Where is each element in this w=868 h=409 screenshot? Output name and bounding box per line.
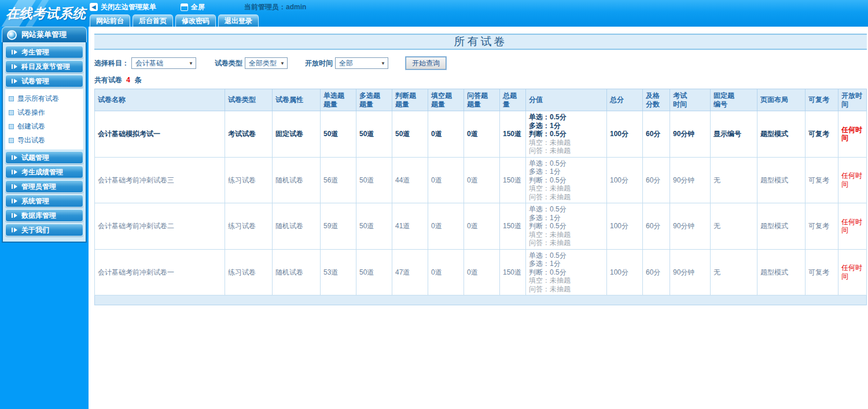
cell-name: 会计基础模拟考试一 — [95, 111, 225, 158]
column-header: 判断题题量 — [392, 89, 428, 111]
column-header: 问答题题量 — [464, 89, 500, 111]
play-icon-bar — [12, 184, 13, 189]
type-filter-label: 试卷类型 — [215, 59, 242, 68]
sidebar-menu-button[interactable]: 系统管理 — [5, 195, 83, 207]
cell-attribute: 随机试卷 — [273, 203, 321, 250]
cell-judge: 47道 — [392, 249, 428, 295]
table-row: 会计基础考前冲刺试卷三练习试卷随机试卷56道50道44道0道0道150道单选：0… — [95, 157, 867, 203]
sidebar-menu-button[interactable]: 试题管理 — [5, 151, 83, 164]
cell-pass-score: 60分 — [643, 249, 670, 295]
sidebar-menu-button-label: 管理员管理 — [21, 182, 56, 192]
sidebar-submenu-item[interactable]: 导出试卷 — [9, 133, 83, 147]
cell-multi: 50道 — [356, 203, 392, 250]
nav-tab[interactable]: 修改密码 — [175, 14, 216, 27]
cell-multi: 50道 — [356, 157, 392, 203]
cell-fixed-no: 无 — [711, 203, 757, 250]
sidebar-submenu-item[interactable]: 创建试卷 — [9, 119, 83, 133]
cell-retake: 可复考 — [806, 249, 838, 295]
sidebar-menu-button[interactable]: 科目及章节管理 — [5, 60, 83, 73]
sidebar-header: 网站菜单管理 — [2, 27, 87, 42]
cell-score-lines: 单选：0.5分多选：1分判断：0.5分填空：未抽题问答：未抽题 — [526, 203, 607, 250]
play-icon-bar — [12, 50, 13, 54]
nav-tab[interactable]: 后台首页 — [133, 14, 173, 27]
paper-count-summary: 共有试卷 4 条 — [94, 75, 867, 85]
papers-table: 试卷名称试卷类型试卷属性单选题题量多选题题量判断题题量填空题题量问答题题量总题量… — [94, 89, 867, 305]
sidebar-menu-button-label: 科目及章节管理 — [21, 62, 70, 72]
fullscreen-icon — [181, 3, 188, 11]
list-square-icon — [9, 124, 14, 129]
subject-select-value: 会计基础 — [135, 59, 163, 68]
time-filter-label: 开放时间 — [305, 59, 333, 68]
cell-score-lines: 单选：0.5分多选：1分判断：0.5分填空：未抽题问答：未抽题 — [526, 249, 607, 295]
cell-total-score: 100分 — [607, 157, 643, 203]
sidebar-submenu-item-label: 创建试卷 — [17, 122, 45, 132]
play-icon — [12, 170, 17, 174]
cell-name: 会计基础考前冲刺试卷三 — [95, 157, 225, 203]
sidebar-menu-button[interactable]: 关于我们 — [5, 224, 83, 236]
sidebar-submenu-item-label: 显示所有试卷 — [17, 94, 59, 104]
sidebar-menu: 考生管理科目及章节管理试卷管理显示所有试卷试卷操作创建试卷导出试卷试题管理考生成… — [2, 42, 87, 243]
sidebar-submenu-item[interactable]: 显示所有试卷 — [9, 92, 83, 105]
type-select[interactable]: 全部类型 ▼ — [245, 57, 288, 69]
play-icon — [12, 155, 17, 160]
close-left-menu-link[interactable]: ◀ 关闭左边管理菜单 — [90, 2, 156, 12]
chevron-down-icon: ▼ — [189, 61, 193, 66]
column-header: 填空题题量 — [428, 89, 464, 111]
table-row: 会计基础考前冲刺试卷二练习试卷随机试卷59道50道41道0道0道150道单选：0… — [95, 203, 867, 250]
time-select[interactable]: 全部 ▼ — [335, 57, 388, 69]
cell-single: 59道 — [321, 203, 356, 250]
current-admin-label: 当前管理员：admin — [244, 2, 306, 12]
cell-type: 练习试卷 — [225, 157, 273, 203]
papers-table-footer-row — [95, 295, 867, 305]
sidebar-menu-button[interactable]: 考生成绩管理 — [5, 166, 83, 178]
filter-row: 选择科目： 会计基础 ▼ 试卷类型 全部类型 ▼ 开放时间 全部 ▼ 开始查询 — [94, 57, 867, 70]
collapse-left-icon: ◀ — [90, 3, 98, 11]
summary-count: 4 — [126, 76, 130, 84]
sidebar: 网站菜单管理 考生管理科目及章节管理试卷管理显示所有试卷试卷操作创建试卷导出试卷… — [0, 27, 89, 409]
column-header: 可复考 — [806, 89, 838, 111]
cell-attribute: 随机试卷 — [273, 249, 321, 295]
cell-name: 会计基础考前冲刺试卷二 — [95, 203, 225, 250]
sidebar-menu-button[interactable]: 试卷管理 — [5, 75, 83, 87]
papers-table-body: 会计基础模拟考试一考试试卷固定试卷50道50道50道0道0道150道单选：0.5… — [95, 111, 867, 295]
play-icon — [12, 64, 17, 69]
cell-total-q: 150道 — [500, 203, 526, 250]
sidebar-submenu-item[interactable]: 试卷操作 — [9, 105, 83, 119]
subject-select[interactable]: 会计基础 ▼ — [131, 57, 196, 69]
sidebar-submenu: 显示所有试卷试卷操作创建试卷导出试卷 — [5, 89, 83, 149]
nav-tabs: 网站前台后台首页修改密码退出登录 — [90, 14, 868, 27]
cell-multi: 50道 — [356, 111, 392, 158]
play-icon-triangle — [14, 213, 17, 218]
fullscreen-link[interactable]: 全屏 — [181, 2, 205, 12]
cell-attribute: 固定试卷 — [273, 111, 321, 158]
cell-duration: 90分钟 — [670, 249, 711, 295]
play-icon — [12, 184, 17, 189]
list-square-icon — [9, 138, 14, 143]
cell-score-lines: 单选：0.5分多选：1分判断：0.5分填空：未抽题问答：未抽题 — [526, 157, 607, 203]
cell-fixed-no: 无 — [711, 249, 757, 295]
play-icon — [12, 79, 17, 83]
play-icon-bar — [12, 79, 13, 83]
column-header: 试卷属性 — [273, 89, 321, 111]
sidebar-menu-button[interactable]: 考生管理 — [5, 46, 83, 59]
sidebar-submenu-item-label: 导出试卷 — [17, 136, 45, 145]
play-icon-bar — [12, 64, 13, 69]
cell-retake: 可复考 — [806, 203, 838, 250]
sidebar-menu-button-label: 系统管理 — [21, 196, 49, 206]
column-header: 试卷类型 — [225, 89, 273, 111]
play-icon — [12, 50, 17, 54]
sidebar-menu-button[interactable]: 管理员管理 — [5, 180, 83, 193]
nav-tab[interactable]: 退出登录 — [218, 14, 259, 27]
nav-tab[interactable]: 网站前台 — [90, 14, 130, 27]
page-title: 所有试卷 — [454, 34, 507, 49]
cell-layout: 题型模式 — [757, 203, 806, 250]
sidebar-menu-button[interactable]: 数据库管理 — [5, 209, 83, 222]
cell-duration: 90分钟 — [670, 111, 711, 158]
cell-fixed-no: 无 — [711, 157, 757, 203]
cell-type: 练习试卷 — [225, 249, 273, 295]
search-button[interactable]: 开始查询 — [406, 57, 446, 70]
sidebar-submenu-item-label: 试卷操作 — [17, 108, 45, 118]
cell-pass-score: 60分 — [643, 203, 670, 250]
cell-qa: 0道 — [464, 249, 500, 295]
column-header: 开放时间 — [838, 89, 867, 111]
